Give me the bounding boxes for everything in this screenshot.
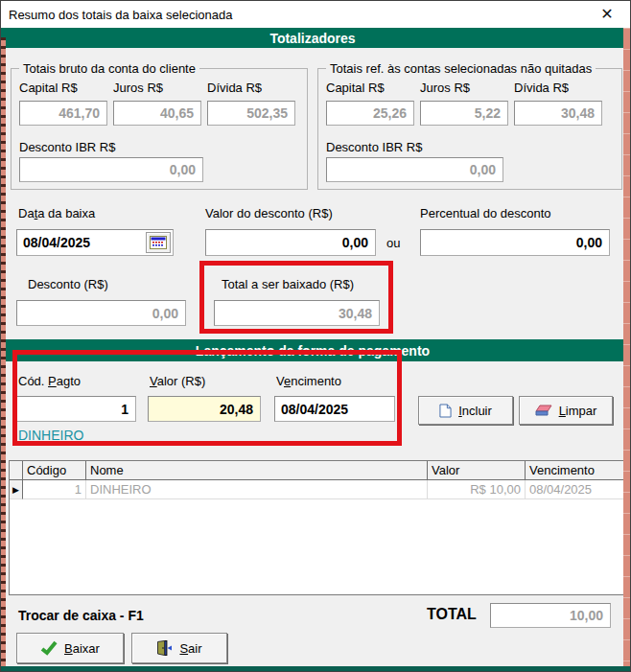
- title-bar: Resumo dos totais da baixa selecionada ✕: [1, 1, 630, 28]
- desconto-label: Desconto (R$): [28, 277, 108, 291]
- totalizers-header: Totalizadores: [1, 28, 624, 48]
- group-client-legend: Totais bruto da conta do cliente: [19, 61, 199, 76]
- background-window-strip-left: [1, 37, 6, 666]
- valor-desconto-field[interactable]: 0,00: [205, 229, 376, 256]
- grid-indicator-header: [10, 461, 23, 480]
- limpar-button-label: Limpar: [559, 404, 597, 418]
- desconto-ibr-label: Desconto IBR R$: [326, 140, 422, 154]
- dialog-title: Resumo dos totais da baixa selecionada: [9, 8, 232, 22]
- percentual-desconto-label: Percentual do desconto: [420, 206, 551, 220]
- divida-label: Dívida R$: [207, 81, 262, 95]
- dialog-window: Resumo dos totais da baixa selecionada ✕…: [0, 0, 631, 672]
- divida-label: Dívida R$: [514, 81, 569, 95]
- limpar-button[interactable]: Limpar: [519, 396, 613, 425]
- data-baixa-label: Data da baixa: [18, 206, 95, 220]
- calendar-icon: [150, 236, 167, 249]
- sair-button-label: Sair: [179, 641, 201, 656]
- capital-field: 25,26: [326, 101, 414, 126]
- cell-valor: R$ 10,00: [428, 480, 526, 499]
- exit-door-icon: [156, 640, 173, 656]
- capital-label: Capital R$: [326, 81, 385, 95]
- juros-label: Juros R$: [420, 81, 470, 95]
- valor-desconto-label: Valor do desconto (R$): [205, 206, 333, 220]
- vencimento-field[interactable]: 08/04/2025: [274, 396, 395, 422]
- valor-label: Valor (R$): [150, 374, 205, 388]
- payment-grid: Código Nome Valor Vencimento ▶ 1 DINHEIR…: [9, 460, 625, 595]
- background-window-strip-right: [623, 28, 631, 666]
- capital-field: 461,70: [19, 101, 107, 126]
- desconto-ibr-field: 0,00: [19, 157, 203, 182]
- grid-row[interactable]: ▶ 1 DINHEIRO R$ 10,00 08/04/2025: [10, 480, 624, 499]
- grid-header-row: Código Nome Valor Vencimento: [10, 461, 624, 480]
- cell-codigo: 1: [23, 480, 86, 499]
- calendar-button[interactable]: [146, 232, 171, 253]
- sair-button[interactable]: Sair: [131, 633, 227, 663]
- grid-col-valor: Valor: [428, 461, 526, 480]
- check-icon: [40, 640, 58, 656]
- incluir-button[interactable]: Incluir: [418, 396, 513, 425]
- total-baixado-field: 30,48: [214, 300, 380, 326]
- grid-col-vencimento: Vencimento: [526, 461, 624, 480]
- cod-pagto-field[interactable]: 1: [16, 396, 136, 422]
- ou-label: ou: [386, 236, 400, 250]
- total-field: 10,00: [490, 603, 611, 628]
- new-page-icon: [439, 404, 452, 418]
- divida-field: 30,48: [514, 101, 602, 126]
- dialog-bottom-border: [1, 666, 631, 672]
- desconto-ibr-field: 0,00: [326, 157, 503, 182]
- divida-field: 502,35: [207, 101, 295, 126]
- baixar-button[interactable]: Baixar: [16, 633, 124, 663]
- trocar-caixa-hint: Trocar de caixa - F1: [18, 608, 144, 623]
- total-label: TOTAL: [427, 606, 477, 623]
- close-icon[interactable]: ✕: [596, 5, 619, 24]
- valor-field[interactable]: 20,48: [148, 396, 261, 422]
- desconto-field: 0,00: [16, 300, 186, 326]
- capital-label: Capital R$: [19, 81, 78, 95]
- cod-pagto-label: Cód. Pagto: [18, 374, 81, 388]
- total-baixado-label: Total a ser baixado (R$): [222, 277, 354, 291]
- payment-header: Lançamento da forma de pagamento: [1, 339, 624, 361]
- group-selected-totals: Totais ref. às contas selecionadas não q…: [317, 68, 622, 190]
- row-indicator-icon: ▶: [10, 480, 23, 499]
- cell-vencimento: 08/04/2025: [526, 480, 624, 499]
- desconto-ibr-label: Desconto IBR R$: [19, 140, 115, 154]
- grid-col-codigo: Código: [23, 461, 86, 480]
- data-baixa-field[interactable]: 08/04/2025: [16, 229, 174, 256]
- juros-label: Juros R$: [113, 81, 163, 95]
- baixar-button-label: Baixar: [64, 641, 100, 656]
- group-selected-legend: Totais ref. às contas selecionadas não q…: [326, 61, 596, 76]
- forma-pagamento-nome: DINHEIRO: [18, 428, 83, 443]
- juros-field: 5,22: [420, 101, 508, 126]
- juros-field: 40,65: [113, 101, 201, 126]
- eraser-icon: [535, 405, 552, 417]
- grid-col-nome: Nome: [86, 461, 428, 480]
- cell-nome: DINHEIRO: [86, 480, 428, 499]
- percentual-desconto-field[interactable]: 0,00: [420, 229, 610, 256]
- incluir-button-label: Incluir: [458, 404, 492, 418]
- vencimento-label: Vencimento: [276, 374, 341, 388]
- group-client-totals: Totais bruto da conta do cliente Capital…: [11, 68, 308, 190]
